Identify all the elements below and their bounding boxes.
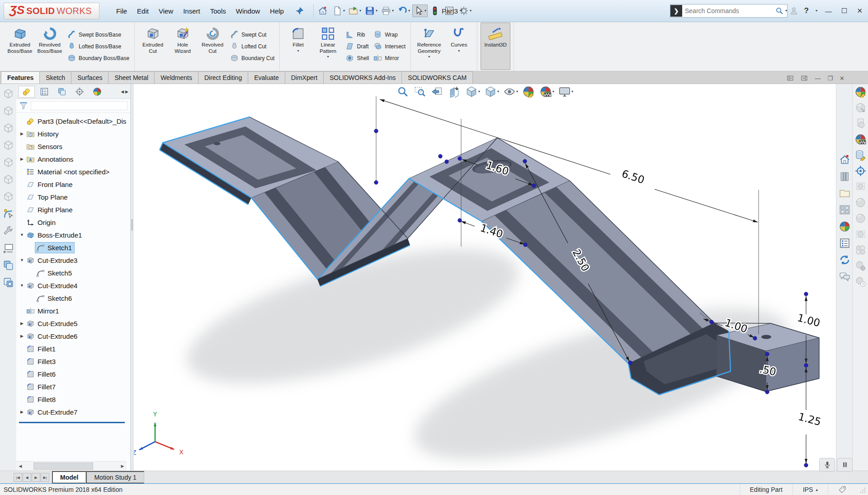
new-document-button[interactable]: ▾ [331, 5, 346, 17]
tree-expander[interactable]: ▶ [19, 321, 25, 326]
select-button[interactable]: ▾ [412, 5, 428, 17]
maximize-button[interactable]: ☐ [840, 6, 849, 16]
dimension-handle-dot[interactable] [710, 320, 713, 324]
tree-item[interactable]: Sketch5 [16, 266, 130, 279]
tree-item[interactable]: Material <not specified> [16, 165, 130, 178]
ribbon-small-button[interactable]: Mirror [372, 53, 407, 63]
ribbon-small-button[interactable]: Boundary Cut [228, 53, 276, 63]
ribbon-small-button[interactable]: Wrap [372, 29, 407, 40]
study-tab[interactable]: Motion Study 1 [86, 471, 144, 484]
tree-item[interactable]: ▶ Cut-Extrude7 [16, 406, 130, 418]
view-palette-tab[interactable] [839, 204, 850, 215]
command-tab[interactable]: Features [1, 71, 40, 84]
edit-appearance-button[interactable] [522, 85, 536, 98]
dimension-handle-dot[interactable] [628, 361, 632, 364]
view-cube-button[interactable] [3, 174, 14, 185]
dimension-handle-dot[interactable] [374, 129, 378, 133]
appearance-option-button[interactable] [855, 197, 866, 208]
document-close-button[interactable]: ✕ [840, 75, 844, 82]
copy-settings-button[interactable] [3, 277, 14, 288]
zoom-to-area-button[interactable] [414, 85, 427, 98]
forum-chat-tab[interactable] [839, 271, 850, 282]
view-cube-button[interactable] [3, 122, 14, 134]
command-tab[interactable]: SOLIDWORKS Add-Ins [323, 71, 402, 84]
command-tab[interactable]: SOLIDWORKS CAM [401, 71, 473, 84]
ribbon-small-button[interactable]: Swept Boss/Base [66, 29, 131, 40]
dimension-handle-dot[interactable] [458, 157, 462, 160]
share-screen-button[interactable] [3, 243, 14, 254]
dropdown-caret[interactable]: ▾ [470, 9, 472, 13]
tree-item[interactable]: Fillet7 [16, 380, 130, 393]
copy-appearance-button[interactable] [855, 102, 866, 113]
options-button[interactable] [443, 5, 457, 17]
tree-expander[interactable]: ▶ [19, 131, 25, 136]
tree-horizontal-scrollbar[interactable]: ◀ ▶ [16, 461, 127, 471]
scrollbar-thumb[interactable] [33, 462, 93, 470]
layers-button[interactable] [3, 260, 14, 271]
graphics-viewport[interactable]: ▾ ▾ ▾ [134, 84, 836, 471]
tree-item[interactable]: Top Plane [16, 191, 130, 203]
tree-item[interactable]: Fillet8 [16, 393, 130, 406]
pin-toolbar-button[interactable] [292, 6, 307, 16]
rebuild-button[interactable] [429, 5, 442, 17]
rollback-bar[interactable] [19, 422, 125, 423]
tree-expander[interactable]: ▼ [19, 258, 25, 262]
ribbon-small-button[interactable]: Boundary Boss/Base [66, 53, 131, 63]
dimension-handle-dot[interactable] [524, 243, 527, 247]
study-tab[interactable]: Model [52, 471, 86, 484]
menu-item[interactable]: View [154, 5, 178, 18]
dropdown-caret[interactable]: ▾ [343, 9, 345, 13]
dimension-handle-dot[interactable] [374, 181, 378, 184]
tree-item[interactable]: Sketch1 [16, 241, 130, 254]
save-button[interactable]: ▾ [363, 5, 379, 17]
menu-item[interactable]: Tools [205, 5, 231, 18]
ribbon-small-button[interactable]: Draft [344, 41, 371, 51]
appearances-scenes-tab[interactable] [839, 221, 850, 232]
ribbon-small-button[interactable]: Swept Cut [228, 29, 276, 40]
custom-properties-tab[interactable] [839, 238, 850, 249]
dimension-handle-dot[interactable] [532, 184, 536, 187]
ribbon-large-button[interactable]: Instant3D [481, 23, 510, 70]
view-cube-button[interactable] [3, 140, 14, 151]
filter-funnel-icon[interactable] [19, 101, 28, 110]
help-button[interactable]: ? [804, 6, 809, 15]
ribbon-large-button[interactable]: ExtrudedBoss/Base [5, 23, 35, 70]
view-settings-button[interactable]: ▾ [558, 85, 574, 98]
units-caret[interactable]: ▴ [816, 487, 818, 492]
ribbon-large-button[interactable]: ReferenceGeometry▾ [414, 23, 444, 70]
collapse-pane-left-icon[interactable] [787, 75, 794, 82]
dropdown-caret[interactable]: ▾ [392, 9, 394, 13]
dimension-label[interactable]: 6.50 [620, 168, 646, 186]
appearance-set-button[interactable] [855, 244, 866, 256]
design-library-tab[interactable] [839, 171, 850, 182]
section-view-button[interactable] [448, 85, 462, 98]
tree-root-item[interactable]: Part3 (Default<<Default>_Dis [16, 115, 130, 127]
view-cube-button[interactable] [3, 157, 14, 168]
view-cube-button[interactable] [3, 105, 14, 117]
command-tab[interactable]: Direct Editing [198, 71, 248, 84]
configurationmanager-tab[interactable] [53, 86, 70, 98]
panel-tab-scroll-left[interactable]: ◀ [121, 89, 124, 94]
display-style-button[interactable]: ▾ [484, 85, 500, 98]
tab-nav-button[interactable]: |◀ [14, 473, 22, 482]
tree-item[interactable]: Fillet6 [16, 368, 130, 380]
dimension-handle-dot[interactable] [458, 219, 462, 222]
minimize-button[interactable]: — [823, 6, 834, 16]
edit-appearance-button[interactable] [855, 86, 866, 98]
command-tab[interactable]: Sheet Metal [108, 71, 155, 84]
tree-item[interactable]: ▶ Cut-Extrude6 [16, 330, 130, 342]
dimension-handle-dot[interactable] [804, 292, 808, 296]
render-options-button[interactable] [855, 260, 866, 271]
view-orientation-button[interactable]: ▾ [465, 85, 481, 98]
edit-decal-button[interactable] [855, 149, 866, 161]
dimension-handle-dot[interactable] [765, 390, 769, 394]
tree-item[interactable]: Fillet3 [16, 355, 130, 368]
zoom-to-fit-button[interactable] [396, 85, 410, 98]
dimension-label[interactable]: 1.25 [797, 411, 822, 428]
user-account-icon[interactable] [789, 6, 798, 15]
preview-window-button[interactable] [855, 181, 866, 192]
tree-item[interactable]: Sketch6 [16, 292, 130, 304]
tree-item[interactable]: Origin [16, 216, 130, 229]
tree-item[interactable]: ▼ Cut-Extrude3 [16, 254, 130, 266]
view-cube-button[interactable] [3, 88, 14, 99]
